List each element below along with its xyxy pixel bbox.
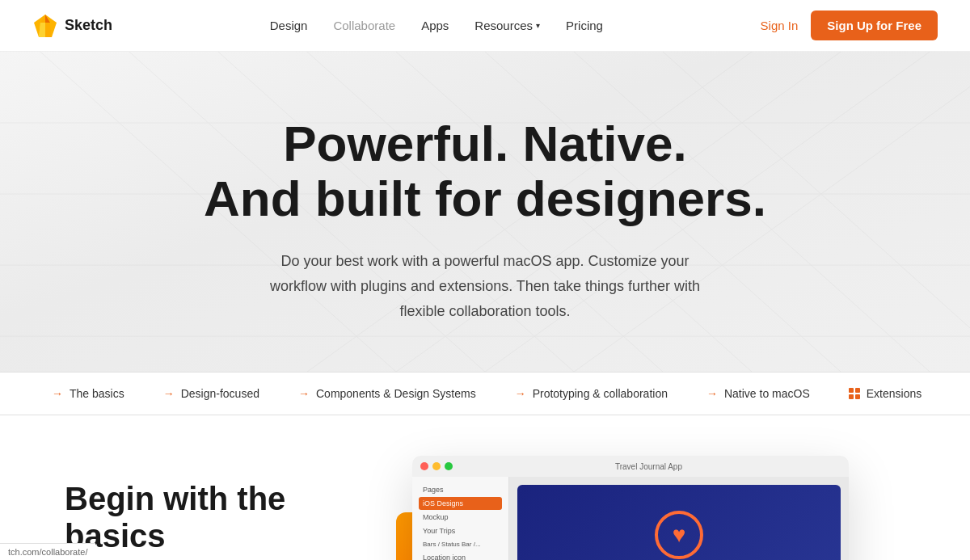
app-canvas: ♥ YOUR TRIPS bbox=[509, 477, 849, 560]
sidebar-item: Bars / Status Bar /... bbox=[419, 538, 502, 550]
lower-text: Begin with the basics bbox=[65, 464, 307, 554]
heart-icon: ♥ bbox=[655, 511, 703, 559]
sidebar-item-active: iOS Designs bbox=[419, 497, 502, 510]
logo-text: Sketch bbox=[65, 17, 112, 34]
tab-extensions[interactable]: Extensions bbox=[829, 373, 941, 415]
sketch-logo-icon bbox=[32, 13, 58, 39]
canvas-content: ♥ YOUR TRIPS bbox=[517, 485, 841, 560]
sign-in-link[interactable]: Sign In bbox=[761, 19, 799, 32]
nav-collaborate[interactable]: Collaborate bbox=[333, 19, 395, 32]
status-url: tch.com/collaborate/ bbox=[8, 547, 87, 557]
tab-basics-label: The basics bbox=[70, 387, 124, 400]
nav-actions: Sign In Sign Up for Free bbox=[761, 11, 938, 40]
chevron-down-icon: ▾ bbox=[536, 21, 540, 30]
arrow-icon: → bbox=[706, 387, 718, 400]
sidebar-item: Mockup bbox=[419, 511, 502, 524]
lower-section: Begin with the basics Travel Journal App… bbox=[0, 415, 970, 560]
arrow-icon: → bbox=[163, 387, 175, 400]
nav-design[interactable]: Design bbox=[270, 19, 308, 32]
window-minimize-dot bbox=[432, 462, 441, 470]
lower-heading: Begin with the basics bbox=[65, 480, 307, 554]
app-window: Travel Journal App Pages iOS Designs Moc… bbox=[412, 456, 849, 560]
logo-link[interactable]: Sketch bbox=[32, 13, 112, 39]
tab-components-label: Components & Design Systems bbox=[316, 387, 476, 400]
tabs-bar: → The basics → Design-focused → Componen… bbox=[0, 372, 970, 415]
tab-native-macos[interactable]: → Native to macOS bbox=[687, 373, 829, 415]
tab-extensions-label: Extensions bbox=[867, 387, 922, 400]
tab-basics[interactable]: → The basics bbox=[32, 373, 144, 415]
window-maximize-dot bbox=[445, 462, 453, 470]
nav-links: Design Collaborate Apps Resources ▾ Pric… bbox=[270, 19, 603, 33]
arrow-icon: → bbox=[515, 387, 526, 400]
window-title: Travel Journal App bbox=[615, 462, 682, 471]
nav-apps[interactable]: Apps bbox=[421, 19, 449, 32]
arrow-icon: → bbox=[52, 387, 63, 400]
sidebar-item: Your Trips bbox=[419, 524, 502, 537]
hero-section: Powerful. Native. And built for designer… bbox=[0, 52, 970, 372]
status-bar: tch.com/collaborate/ bbox=[0, 543, 95, 560]
tab-design-focused[interactable]: → Design-focused bbox=[144, 373, 279, 415]
tab-design-focused-label: Design-focused bbox=[181, 387, 259, 400]
tab-prototyping-label: Prototyping & collaboration bbox=[533, 387, 668, 400]
hero-headline: Powerful. Native. And built for designer… bbox=[32, 116, 938, 226]
tab-native-macos-label: Native to macOS bbox=[724, 387, 810, 400]
navbar: Sketch Design Collaborate Apps Resources… bbox=[0, 0, 970, 52]
hero-content: Powerful. Native. And built for designer… bbox=[32, 116, 938, 323]
app-screenshot: Travel Journal App Pages iOS Designs Moc… bbox=[356, 464, 905, 560]
sign-up-button[interactable]: Sign Up for Free bbox=[811, 11, 938, 40]
arrow-icon: → bbox=[298, 387, 310, 400]
tab-components[interactable]: → Components & Design Systems bbox=[279, 373, 496, 415]
nav-pricing[interactable]: Pricing bbox=[566, 19, 603, 32]
app-sidebar: Pages iOS Designs Mockup Your Trips Bars… bbox=[412, 477, 509, 560]
sidebar-item: Location icon bbox=[419, 551, 502, 560]
app-titlebar: Travel Journal App bbox=[412, 456, 849, 477]
sidebar-item: Pages bbox=[419, 483, 502, 496]
hero-headline-line2: And built for designers. bbox=[204, 171, 766, 226]
window-close-dot bbox=[420, 462, 428, 470]
lower-heading-line1: Begin with the bbox=[65, 481, 285, 516]
nav-resources[interactable]: Resources ▾ bbox=[474, 19, 540, 32]
grid-icon bbox=[849, 388, 860, 399]
hero-subtext: Do your best work with a powerful macOS … bbox=[251, 249, 719, 323]
hero-headline-line1: Powerful. Native. bbox=[283, 116, 687, 171]
app-body: Pages iOS Designs Mockup Your Trips Bars… bbox=[412, 477, 849, 560]
tab-prototyping[interactable]: → Prototyping & collaboration bbox=[496, 373, 687, 415]
